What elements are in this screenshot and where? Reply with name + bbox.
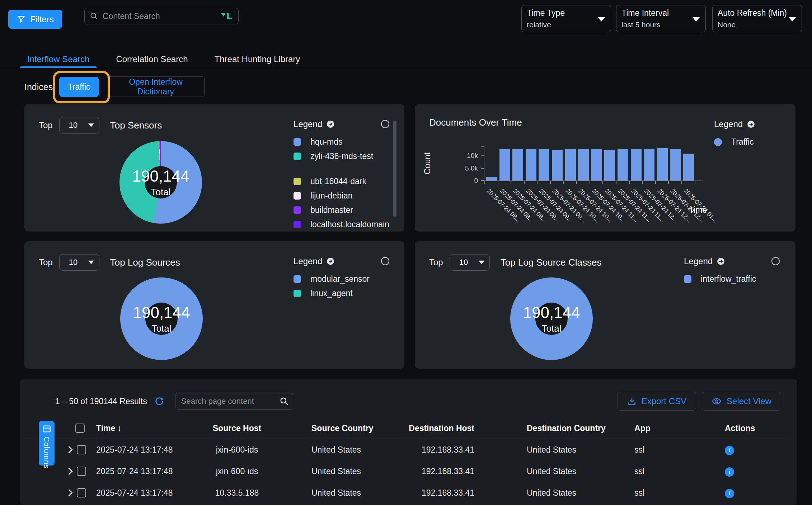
legend-item-label: ubt-16044-dark bbox=[310, 177, 366, 186]
panel-title: Documents Over Time bbox=[429, 117, 522, 128]
legend-item[interactable]: buildmaster bbox=[294, 205, 401, 215]
donut-center: 190,144 Total bbox=[119, 141, 202, 224]
expand-row-chevron-icon[interactable] bbox=[67, 446, 73, 454]
legend-radio-icon[interactable] bbox=[381, 257, 389, 265]
column-header-app[interactable]: App bbox=[622, 424, 712, 433]
y-axis-title: Count bbox=[423, 142, 431, 185]
table-row[interactable]: 2025-07-24 13:17:48jxin-600-idsUnited St… bbox=[20, 439, 790, 460]
export-csv-button[interactable]: Export CSV bbox=[618, 392, 696, 411]
column-header-scountry[interactable]: Source Country bbox=[277, 424, 396, 433]
bar-2025-07-24 09...[interactable] bbox=[552, 150, 563, 181]
cell-time: 2025-07-24 13:17:48 bbox=[96, 488, 197, 498]
export-csv-label: Export CSV bbox=[642, 396, 686, 406]
select-view-button[interactable]: Select View bbox=[702, 392, 781, 411]
refresh-icon[interactable] bbox=[154, 396, 164, 406]
bar-2025-07-24 10...[interactable] bbox=[578, 149, 589, 181]
columns-button[interactable]: Columns bbox=[39, 421, 55, 466]
bar-2025-07-24 11...[interactable] bbox=[631, 149, 642, 181]
auto-refresh-dropdown[interactable]: Auto Refresh (Min) None bbox=[712, 5, 802, 32]
cell-destination-country: United States bbox=[514, 445, 622, 455]
legend-item[interactable]: zyli-436-mds-test bbox=[294, 151, 401, 161]
page-search-box[interactable] bbox=[175, 393, 294, 410]
legend-radio-icon[interactable] bbox=[381, 120, 389, 128]
cell-app: ssl bbox=[622, 467, 712, 476]
filters-button[interactable]: Filters bbox=[8, 10, 62, 29]
column-header-time[interactable]: Time↓ bbox=[96, 424, 197, 433]
time-interval-dropdown[interactable]: Time Interval last 5 hours bbox=[616, 5, 706, 32]
time-interval-value: last 5 hours bbox=[621, 20, 700, 29]
legend-item[interactable]: localhost.localdomain bbox=[294, 220, 401, 229]
legend-item-label: hqu-mds bbox=[310, 137, 342, 147]
legend-header[interactable]: Legend bbox=[714, 119, 793, 129]
documents-bar-chart[interactable]: 05.0k10k bbox=[484, 146, 703, 181]
expand-row-chevron-icon[interactable] bbox=[67, 489, 73, 497]
row-checkbox[interactable] bbox=[77, 488, 86, 497]
content-search-box[interactable] bbox=[84, 8, 239, 24]
bar-2025-07-24 11...[interactable] bbox=[604, 150, 615, 181]
bar-2025-07-24 01...[interactable] bbox=[683, 154, 694, 181]
legend-item[interactable]: Traffic bbox=[714, 137, 793, 147]
bar-2025-07-24 08...[interactable] bbox=[486, 177, 497, 181]
column-header-actions[interactable]: Actions bbox=[712, 424, 790, 433]
row-checkbox[interactable] bbox=[77, 467, 86, 476]
time-type-dropdown[interactable]: Time Type relative bbox=[521, 5, 611, 32]
bar-2025-07-24 09...[interactable] bbox=[526, 149, 536, 181]
bar-2025-07-24 12...[interactable] bbox=[670, 149, 681, 181]
cell-actions: i bbox=[712, 466, 790, 477]
row-checkbox[interactable] bbox=[77, 445, 86, 454]
donut-total: 190,144 bbox=[133, 304, 190, 322]
select-all-checkbox[interactable] bbox=[75, 424, 85, 433]
columns-button-label: Columns bbox=[42, 436, 51, 469]
bar-2025-07-24 08...[interactable] bbox=[512, 149, 523, 181]
bar-2025-07-24 10...[interactable] bbox=[565, 149, 576, 181]
cell-app: ssl bbox=[622, 488, 712, 498]
column-header-shost[interactable]: Source Host bbox=[197, 424, 277, 433]
search-icon bbox=[280, 397, 289, 406]
open-interflow-dictionary-button[interactable]: Open Interflow Dictionary bbox=[107, 76, 205, 97]
cell-time: 2025-07-24 13:17:48 bbox=[96, 467, 197, 476]
bar-2025-07-24 08...[interactable] bbox=[499, 149, 510, 181]
legend-radio-icon[interactable] bbox=[771, 257, 780, 265]
top-log-source-classes-donut-chart[interactable]: 190,144 Total bbox=[510, 277, 593, 360]
x-axis-tick bbox=[602, 181, 603, 184]
table-row[interactable]: 2025-07-24 13:17:4810.33.5.188United Sta… bbox=[20, 482, 790, 504]
expand-row-chevron-icon[interactable] bbox=[67, 467, 73, 475]
tab-correlation-search[interactable]: Correlation Search bbox=[109, 50, 195, 68]
chevron-down-icon bbox=[693, 17, 700, 22]
tab-threat-hunting-library[interactable]: Threat Hunting Library bbox=[207, 50, 308, 68]
legend-item[interactable]: interflow_traffic bbox=[684, 274, 792, 284]
donut-total: 190,144 bbox=[132, 167, 189, 185]
x-axis-tick bbox=[524, 181, 525, 184]
x-axis-labels: 2025-07-24 08...2025-07-24 08...2025-07-… bbox=[484, 187, 721, 232]
legend-item[interactable]: linux_agent bbox=[294, 289, 401, 298]
legend-item[interactable]: modular_sensor bbox=[294, 274, 401, 284]
info-icon[interactable]: i bbox=[725, 489, 734, 498]
sort-descending-icon[interactable]: ↓ bbox=[117, 424, 122, 433]
bar-2025-07-24 12...[interactable] bbox=[657, 148, 668, 181]
top-n-dropdown[interactable]: 10 bbox=[59, 254, 99, 271]
page-search-input[interactable] bbox=[180, 396, 280, 406]
indices-traffic-button[interactable]: Traffic bbox=[59, 77, 99, 97]
info-icon[interactable]: i bbox=[725, 446, 734, 455]
column-header-dcountry[interactable]: Destination Country bbox=[514, 424, 622, 433]
column-header-dhost[interactable]: Destination Host bbox=[396, 424, 514, 433]
top-log-sources-donut-chart[interactable]: 190,144 Total bbox=[120, 277, 203, 360]
cell-destination-host: 192.168.33.41 bbox=[396, 467, 514, 476]
top-n-dropdown[interactable]: 10 bbox=[59, 117, 99, 134]
top-sensors-donut-chart[interactable]: 190,144 Total bbox=[119, 141, 202, 224]
info-icon[interactable]: i bbox=[725, 467, 734, 477]
bar-2025-07-24 11...[interactable] bbox=[618, 149, 628, 181]
legend-scrollbar[interactable] bbox=[393, 121, 396, 217]
bar-2025-07-24 12...[interactable] bbox=[644, 149, 654, 181]
header-select-cell bbox=[65, 424, 96, 433]
cell-actions: i bbox=[712, 445, 790, 455]
tab-interflow-search[interactable]: Interflow Search bbox=[20, 50, 97, 68]
top-n-dropdown[interactable]: 10 bbox=[450, 254, 490, 271]
legend-item[interactable]: hqu-mds bbox=[294, 137, 401, 147]
content-search-input[interactable] bbox=[102, 11, 217, 22]
bar-2025-07-24 09...[interactable] bbox=[539, 149, 549, 181]
bar-2025-07-24 10...[interactable] bbox=[591, 149, 602, 181]
legend-item[interactable]: lijun-debian bbox=[294, 191, 401, 201]
table-row[interactable]: 2025-07-24 13:17:48jxin-600-idsUnited St… bbox=[20, 460, 790, 482]
legend-item[interactable]: ubt-16044-dark bbox=[294, 177, 401, 186]
